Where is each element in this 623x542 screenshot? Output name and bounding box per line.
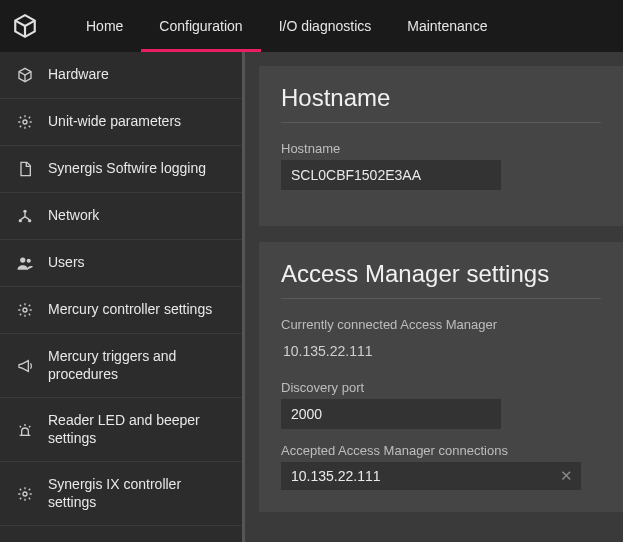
main-content: Hostname Hostname Access Manager setting… [245,52,623,542]
svg-point-3 [23,120,27,124]
sidebar-item-label: Unit-wide parameters [48,113,181,131]
sidebar-item-mercury-triggers[interactable]: Mercury triggers and procedures [0,334,242,398]
panel-title: Hostname [281,84,601,123]
sidebar-item-label: Hardware [48,66,109,84]
sidebar-item-mercury-controller[interactable]: Mercury controller settings [0,287,242,334]
cube-icon [16,66,34,84]
sidebar-item-label: Synergis IX controller settings [48,476,226,511]
users-icon [16,254,34,272]
sidebar-item-label: Network [48,207,99,225]
sidebar-item-hardware[interactable]: Hardware [0,52,242,99]
access-manager-panel: Access Manager settings Currently connec… [259,242,623,512]
sidebar-item-label: Mercury controller settings [48,301,212,319]
accepted-connections-input[interactable]: 10.135.22.111 ✕ [281,462,581,490]
sidebar-item-network[interactable]: Network [0,193,242,240]
app-logo [12,13,38,39]
close-icon[interactable]: ✕ [560,467,573,485]
megaphone-icon [16,357,34,375]
connected-am-value: 10.135.22.111 [281,336,601,366]
sidebar: Hardware Unit-wide parameters Synergis S… [0,52,245,542]
svg-point-9 [23,308,27,312]
connection-chip-value: 10.135.22.111 [291,468,381,484]
sidebar-item-users[interactable]: Users [0,240,242,287]
discovery-port-label: Discovery port [281,380,601,395]
tab-label: Maintenance [407,18,487,34]
tab-maintenance[interactable]: Maintenance [389,0,505,52]
discovery-port-input[interactable] [281,399,501,429]
siren-icon [16,421,34,439]
connected-am-label: Currently connected Access Manager [281,317,601,332]
tab-home[interactable]: Home [68,0,141,52]
svg-point-14 [23,492,27,496]
sidebar-item-softwire-logging[interactable]: Synergis Softwire logging [0,146,242,193]
top-bar: Home Configuration I/O diagnostics Maint… [0,0,623,52]
tab-label: I/O diagnostics [279,18,372,34]
panel-title: Access Manager settings [281,260,601,299]
tab-label: Home [86,18,123,34]
sidebar-item-synergis-ix[interactable]: Synergis IX controller settings [0,462,242,526]
gear-icon [16,113,34,131]
hostname-input[interactable] [281,160,501,190]
sidebar-item-label: Synergis Softwire logging [48,160,206,178]
hostname-panel: Hostname Hostname [259,66,623,226]
sidebar-item-unit-wide-parameters[interactable]: Unit-wide parameters [0,99,242,146]
hostname-label: Hostname [281,141,601,156]
svg-line-13 [29,426,30,427]
connection-chip: 10.135.22.111 ✕ [281,462,581,490]
svg-point-7 [20,257,25,262]
svg-point-8 [27,259,31,263]
tab-label: Configuration [159,18,242,34]
tab-io-diagnostics[interactable]: I/O diagnostics [261,0,390,52]
svg-line-12 [20,426,21,427]
file-icon [16,160,34,178]
svg-point-4 [23,210,26,213]
nav-tabs: Home Configuration I/O diagnostics Maint… [68,0,505,52]
sidebar-item-reader-led-beeper[interactable]: Reader LED and beeper settings [0,398,242,462]
gear-icon [16,485,34,503]
sidebar-item-label: Users [48,254,85,272]
tab-configuration[interactable]: Configuration [141,0,260,52]
sidebar-item-label: Reader LED and beeper settings [48,412,226,447]
network-icon [16,207,34,225]
accepted-connections-label: Accepted Access Manager connections [281,443,601,458]
gear-icon [16,301,34,319]
sidebar-item-label: Mercury triggers and procedures [48,348,226,383]
